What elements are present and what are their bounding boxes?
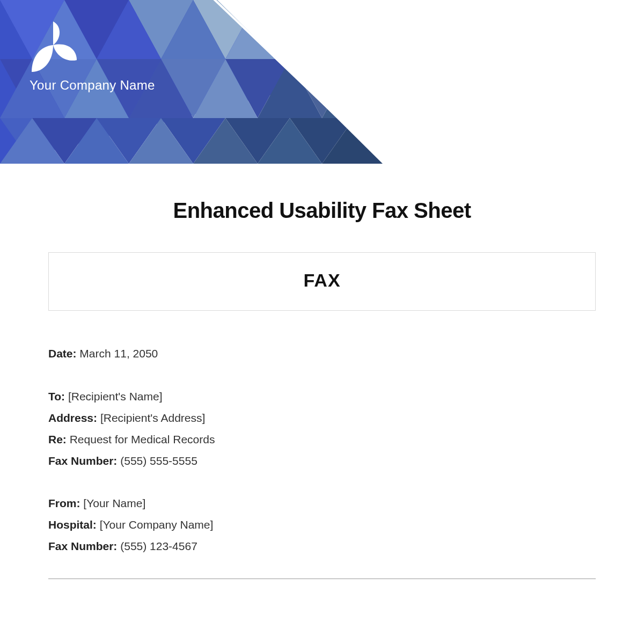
- value-from: [Your Name]: [83, 497, 145, 509]
- sender-group: From: [Your Name] Hospital: [Your Compan…: [48, 493, 596, 557]
- label-re: Re:: [48, 433, 67, 445]
- label-fax-from: Fax Number:: [48, 540, 117, 552]
- recipient-group: To: [Recipient's Name] Address: [Recipie…: [48, 386, 596, 472]
- field-to: To: [Recipient's Name]: [48, 386, 596, 407]
- date-group: Date: March 11, 2050: [48, 343, 596, 364]
- field-date: Date: March 11, 2050: [48, 343, 596, 364]
- field-re: Re: Request for Medical Records: [48, 429, 596, 450]
- value-fax-from: (555) 123-4567: [120, 540, 197, 552]
- value-hospital: [Your Company Name]: [100, 518, 214, 531]
- label-hospital: Hospital:: [48, 518, 97, 531]
- field-fax-to: Fax Number: (555) 555-5555: [48, 450, 596, 472]
- company-name: Your Company Name: [30, 78, 155, 93]
- field-from: From: [Your Name]: [48, 493, 596, 514]
- value-re: Request for Medical Records: [70, 433, 215, 445]
- document-title: Enhanced Usability Fax Sheet: [48, 199, 596, 223]
- label-from: From:: [48, 497, 80, 509]
- leaf-logo-icon: [30, 21, 78, 72]
- label-fax-to: Fax Number:: [48, 455, 117, 467]
- value-address: [Recipient's Address]: [100, 412, 205, 424]
- field-address: Address: [Recipient's Address]: [48, 407, 596, 429]
- value-to: [Recipient's Name]: [68, 390, 163, 402]
- fax-box-label: FAX: [60, 270, 584, 291]
- field-hospital: Hospital: [Your Company Name]: [48, 514, 596, 536]
- value-fax-to: (555) 555-5555: [120, 455, 197, 467]
- fax-box: FAX: [48, 252, 596, 311]
- field-fax-from: Fax Number: (555) 123-4567: [48, 536, 596, 557]
- value-date: March 11, 2050: [79, 347, 158, 360]
- label-to: To:: [48, 390, 65, 402]
- section-divider: [48, 579, 596, 579]
- label-address: Address:: [48, 412, 97, 424]
- logo-block: Your Company Name: [30, 21, 155, 93]
- label-date: Date:: [48, 347, 77, 360]
- document-body: Enhanced Usability Fax Sheet FAX Date: M…: [48, 199, 596, 579]
